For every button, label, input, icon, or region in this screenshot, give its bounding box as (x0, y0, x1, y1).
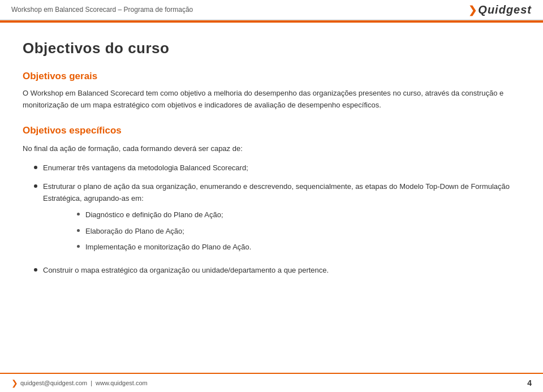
section-title-especificos: Objetivos específicos (23, 125, 520, 136)
sub-bullet-text-3: Implementação e monitorização do Plano d… (85, 242, 520, 253)
sub-bullet-list: Diagnóstico e definição do Plano de Ação… (43, 209, 520, 253)
list-item: Estruturar o plano de ação da sua organi… (23, 181, 520, 258)
footer-page-number: 4 (527, 378, 532, 387)
list-item: Construir o mapa estratégico da organiza… (23, 265, 520, 277)
objectives-intro: No final da ação de formação, cada forma… (23, 143, 520, 155)
list-item: Diagnóstico e definição do Plano de Ação… (43, 209, 520, 221)
footer-separator: | (90, 380, 92, 386)
footer-website: www.quidgest.com (96, 380, 148, 386)
bullet-text-1: Enumerar três vantagens da metodologia B… (43, 162, 520, 174)
main-content: Objectivos do curso Objetivos gerais O W… (0, 23, 543, 317)
intro-text: O Workshop em Balanced Scorecard tem com… (23, 88, 520, 111)
bullet-dot-3 (34, 268, 37, 272)
sub-bullet-dot-2 (77, 229, 80, 232)
bullet-text-2: Estruturar o plano de ação da sua organi… (43, 181, 520, 258)
list-item: Enumerar três vantagens da metodologia B… (23, 162, 520, 174)
list-item: Elaboração do Plano de Ação; (43, 226, 520, 238)
sub-bullet-dot-1 (77, 213, 80, 216)
header-bar: Workshop em Balanced Scorecard – Program… (0, 0, 543, 20)
sub-bullet-text-1: Diagnóstico e definição do Plano de Ação… (85, 209, 520, 221)
bullet-dot-1 (34, 166, 37, 169)
bullet-dot-2 (34, 184, 37, 188)
sub-bullet-text-2: Elaboração do Plano de Ação; (85, 226, 520, 238)
objectives-list: Enumerar três vantagens da metodologia B… (23, 162, 520, 277)
section-title-gerais: Objetivos gerais (23, 71, 520, 82)
bullet-text-3: Construir o mapa estratégico da organiza… (43, 265, 520, 277)
footer: ❯ quidgest@quidgest.com | www.quidgest.c… (0, 373, 543, 392)
footer-arrow-icon: ❯ (11, 378, 18, 387)
list-item: Implementação e monitorização do Plano d… (43, 242, 520, 253)
header-title: Workshop em Balanced Scorecard – Program… (11, 6, 193, 14)
footer-email: quidgest@quidgest.com (20, 380, 87, 386)
logo: ❯Quidgest (468, 3, 532, 16)
page-title: Objectivos do curso (23, 40, 520, 57)
sub-bullet-dot-3 (77, 245, 80, 248)
logo-arrow: ❯ (468, 5, 477, 16)
footer-left: ❯ quidgest@quidgest.com | www.quidgest.c… (11, 378, 148, 387)
